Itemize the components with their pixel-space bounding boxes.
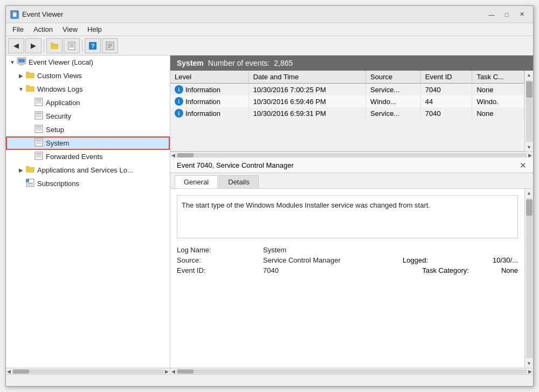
tree-item-application[interactable]: Application	[6, 96, 170, 109]
left-panel: ▼ Event Viewer (Local) ▶	[6, 56, 170, 374]
scroll-right-arrow[interactable]: ▶	[165, 369, 169, 374]
col-datetime[interactable]: Date and Time	[248, 71, 365, 84]
create-view-button[interactable]	[64, 38, 80, 53]
detail-row-logname: Log Name: System	[177, 245, 518, 255]
table-row[interactable]: i Information 10/30/2016 7:00:25 PM Serv…	[170, 84, 524, 96]
col-eventid[interactable]: Event ID	[420, 71, 472, 84]
row2-eventid: 44	[420, 95, 472, 107]
tree-item-setup[interactable]: Setup	[6, 123, 170, 136]
details-hscrollbar[interactable]: ◀ ▶	[170, 368, 533, 374]
tree-item-forwarded-events[interactable]: Forwarded Events	[6, 150, 170, 163]
help-button[interactable]: ?	[85, 38, 101, 53]
properties-button[interactable]	[102, 38, 118, 53]
table-header-row: Level Date and Time Source Event ID Task…	[170, 71, 524, 84]
minimize-button[interactable]: —	[485, 9, 499, 20]
taskcategory-value: None	[501, 266, 518, 274]
info-icon-1: i	[175, 85, 183, 94]
event-details-close-button[interactable]: ✕	[520, 161, 527, 169]
tree-item-windows-logs[interactable]: ▼ Windows Logs	[6, 82, 170, 96]
table-hscroll-track	[176, 153, 527, 157]
tree-item-apps-services[interactable]: ▶ Applications and Services Lo...	[6, 163, 170, 177]
tab-details[interactable]: Details	[219, 175, 259, 188]
event-details-title: Event 7040, Service Control Manager	[177, 161, 294, 169]
table-hscrollbar[interactable]: ◀ ▶	[170, 152, 533, 158]
row3-level: i Information	[170, 107, 248, 119]
tab-general[interactable]: General	[175, 175, 218, 188]
label-eventid: Event ID:	[177, 266, 263, 274]
tree-label-windows-logs: Windows Logs	[37, 85, 83, 93]
tree-item-security[interactable]: Security	[6, 109, 170, 123]
value-source: Service Control Manager	[263, 256, 341, 264]
menu-action[interactable]: Action	[29, 24, 57, 35]
tree-label-subscriptions: Subscriptions	[37, 180, 79, 188]
forward-button[interactable]: ▶	[25, 38, 42, 53]
row1-datetime: 10/30/2016 7:00:25 PM	[248, 84, 365, 96]
row2-source: Windo...	[366, 95, 421, 107]
events-table: Level Date and Time Source Event ID Task…	[170, 71, 524, 119]
table-scrollbar[interactable]: ▲ ▼	[524, 71, 533, 152]
toolbar-separator-1	[44, 39, 44, 52]
tree-item-subscriptions[interactable]: Subscriptions	[6, 177, 170, 190]
number-of-events-label: Number of events:	[208, 59, 270, 67]
details-hscroll-track	[176, 369, 527, 374]
row1-eventid: 7040	[420, 84, 472, 96]
info-icon-3: i	[175, 109, 183, 118]
log-icon-security	[34, 111, 44, 121]
detail-row-eventid: Event ID: 7040 Task Category: None	[177, 265, 518, 276]
col-source[interactable]: Source	[366, 71, 421, 84]
tree-item-custom-views[interactable]: ▶ Custom Views	[6, 69, 170, 82]
folder-icon-windows-logs	[25, 84, 35, 94]
tree-label-setup: Setup	[46, 126, 64, 134]
menu-bar: File Action View Help	[6, 23, 533, 36]
details-hscroll-thumb	[177, 369, 194, 374]
left-panel-scrollbar[interactable]: ◀ ▶	[6, 368, 170, 374]
table-scroll-right[interactable]: ▶	[528, 153, 532, 158]
menu-view[interactable]: View	[58, 24, 82, 35]
tree-item-event-viewer-local[interactable]: ▼ Event Viewer (Local)	[6, 56, 170, 69]
row2-datetime: 10/30/2016 6:59:46 PM	[248, 95, 365, 107]
scroll-left-arrow[interactable]: ◀	[7, 369, 11, 374]
svg-rect-18	[26, 72, 30, 73]
maximize-button[interactable]: □	[500, 9, 514, 20]
details-scroll-left[interactable]: ◀	[171, 369, 175, 374]
taskcategory-label: Task Category:	[422, 266, 469, 274]
event-details-body: The start type of the Windows Modules In…	[170, 189, 524, 368]
col-level[interactable]: Level	[170, 71, 248, 84]
back-button[interactable]: ◀	[8, 38, 24, 53]
svg-rect-14	[18, 59, 25, 63]
row3-eventid: 7040	[420, 107, 472, 119]
title-bar-left: 📋 Event Viewer	[10, 10, 63, 19]
table-row[interactable]: i Information 10/30/2016 6:59:46 PM Wind…	[170, 95, 524, 107]
log-view-icon	[67, 42, 76, 50]
details-scroll-up[interactable]: ▲	[525, 189, 533, 197]
folder-icon-custom-views	[25, 71, 35, 81]
menu-file[interactable]: File	[8, 24, 28, 35]
table-scroll-up[interactable]: ▲	[525, 71, 533, 79]
table-scroll-down[interactable]: ▼	[525, 143, 533, 152]
open-log-button[interactable]	[46, 38, 63, 53]
toolbar-separator-2	[82, 39, 82, 52]
svg-rect-42	[26, 166, 30, 168]
details-scroll-down[interactable]: ▼	[525, 359, 533, 368]
close-button[interactable]: ✕	[515, 9, 529, 20]
table-scroll-track	[526, 80, 533, 142]
svg-rect-29	[35, 125, 43, 133]
expand-icon-windows-logs: ▼	[17, 86, 25, 92]
value-logname: System	[263, 246, 286, 254]
menu-help[interactable]: Help	[83, 24, 106, 35]
table-scroll-left[interactable]: ◀	[171, 153, 175, 158]
row3-task: None	[472, 107, 524, 119]
left-scroll-thumb	[13, 369, 29, 374]
row2-task: Windo.	[472, 95, 524, 107]
row2-level-text: Information	[185, 98, 220, 106]
tree-item-system[interactable]: System	[6, 136, 170, 150]
svg-rect-41	[26, 167, 34, 173]
row2-level: i Information	[170, 95, 248, 107]
table-row[interactable]: i Information 10/30/2016 6:59:31 PM Serv…	[170, 107, 524, 119]
row1-level-text: Information	[185, 86, 220, 94]
details-scroll-right[interactable]: ▶	[528, 369, 532, 374]
col-task[interactable]: Task C...	[472, 71, 524, 84]
toolbar: ◀ ▶ ?	[6, 36, 533, 56]
details-scrollbar[interactable]: ▲ ▼	[524, 189, 533, 368]
main-window: 📋 Event Viewer — □ ✕ File Action View He…	[5, 5, 534, 387]
